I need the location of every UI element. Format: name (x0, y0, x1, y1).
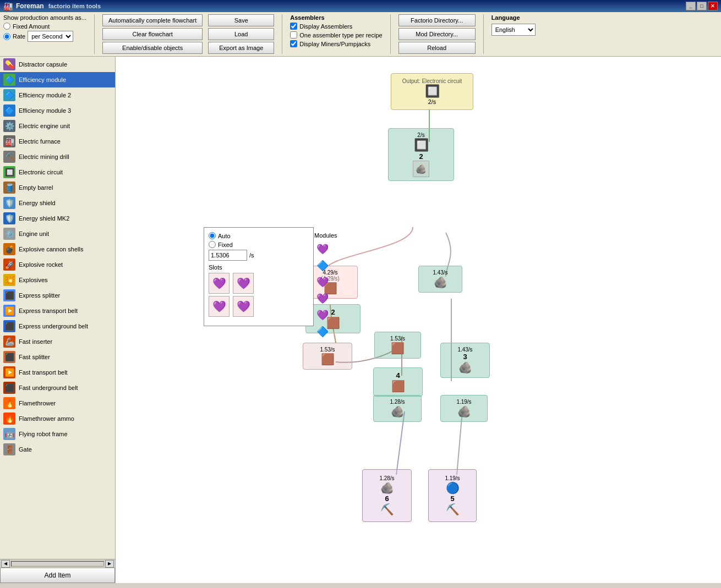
display-miners-text: Display Miners/Pumpjacks (299, 41, 370, 47)
sidebar-item-empty-barrel[interactable]: 🛢️ Empty barrel (0, 180, 115, 195)
clear-flowchart-button[interactable]: Clear flowchart (102, 28, 203, 40)
iron-assembler-node: 4 🟫 (373, 367, 423, 397)
sidebar-item-flamethrower[interactable]: 🔥 Flamethrower (0, 395, 115, 411)
add-item-button[interactable]: Add Item (0, 568, 115, 583)
sidebar-item-explosives[interactable]: 💥 Explosives (0, 272, 115, 288)
sidebar-item-explosive-cannon-shells[interactable]: 💣 Explosive cannon shells (0, 241, 115, 257)
sidebar-item-fast-splitter[interactable]: ⬛ Fast splitter (0, 349, 115, 365)
auto-radio-row[interactable]: Auto (209, 232, 280, 239)
language-select[interactable]: English Deutsch Français (491, 24, 536, 36)
iron-ore-rate: 1.28/s (377, 399, 418, 405)
fixed-amount-radio-label[interactable]: Fixed Amount (3, 23, 86, 30)
slot-4[interactable]: 💜 (233, 296, 254, 317)
auto-complete-button[interactable]: Automatically complete flowchart (102, 14, 203, 26)
sidebar-item-explosive-rocket[interactable]: 🚀 Explosive rocket (0, 257, 115, 272)
sidebar-item-label: Energy shield (19, 200, 56, 206)
sidebar-item-gate[interactable]: 🚪 Gate (0, 442, 115, 457)
fast-splitter-icon: ⬛ (3, 351, 15, 363)
express-transport-belt-icon: ▶️ (3, 305, 15, 317)
sidebar-item-express-splitter[interactable]: ⬛ Express splitter (0, 288, 115, 303)
sidebar-item-electric-mining-drill[interactable]: ⛏️ Electric mining drill (0, 149, 115, 164)
maximize-button[interactable]: □ (697, 2, 707, 10)
sidebar-item-flamethrower-ammo[interactable]: 🔥 Flamethrower ammo (0, 411, 115, 426)
output-rate: 2/s (396, 98, 468, 105)
assembler-checkboxes: Display Assemblers One assembler type pe… (290, 23, 382, 47)
load-button[interactable]: Load (208, 28, 274, 40)
slot-1[interactable]: 💜 (209, 273, 230, 294)
slot-2[interactable]: 💜 (233, 273, 254, 294)
output-label: Output: Electronic circuit (396, 78, 468, 84)
module-chip-6: 🔷 (314, 323, 331, 340)
canvas-area[interactable]: Output: Electronic circuit 🔲 2/s 2/s 🔲 2… (116, 57, 721, 583)
one-assembler-label[interactable]: One assembler type per recipe (290, 31, 382, 39)
sidebar-item-efficiency-module-2[interactable]: 🔷 Efficiency module 2 (0, 87, 115, 103)
flowchart-buttons-group: Automatically complete flowchart Clear f… (102, 14, 203, 54)
efficiency-module-icon: 🔷 (3, 74, 15, 86)
sidebar-item-distractor-capsule[interactable]: 💊 Distractor capsule (0, 57, 115, 72)
stone-miner-node: 1.19/s 🔵 5 ⛏️ (428, 469, 477, 522)
slot-3[interactable]: 💜 (209, 296, 230, 317)
close-button[interactable]: ✕ (708, 2, 718, 10)
sidebar-item-engine-unit[interactable]: ⚙️ Engine unit (0, 226, 115, 241)
sidebar-item-efficiency-module[interactable]: 🔷 Efficiency module (0, 72, 115, 87)
sidebar-item-label: Fast splitter (19, 354, 50, 360)
rate-select[interactable]: per Second per Minute (28, 31, 73, 42)
energy-shield-mk2-icon: 🛡️ (3, 212, 15, 224)
one-assembler-checkbox[interactable] (290, 31, 297, 39)
sidebar-item-fast-underground-belt[interactable]: ⬛ Fast underground belt (0, 380, 115, 395)
export-image-button[interactable]: Export as Image (208, 42, 274, 54)
sidebar-item-electric-engine-unit[interactable]: ⚙️ Electric engine unit (0, 118, 115, 134)
sidebar-item-flying-robot-frame[interactable]: 🤖 Flying robot frame (0, 426, 115, 442)
factorio-dir-button[interactable]: Factorio Directory... (398, 14, 476, 26)
sidebar-item-label: Efficiency module (19, 76, 66, 83)
sidebar-item-express-underground-belt[interactable]: ⬛ Express underground belt (0, 318, 115, 334)
sidebar-item-label: Express underground belt (19, 323, 88, 329)
copper-plate-rate: 1.53/s (307, 347, 348, 353)
sidebar-item-label: Express transport belt (19, 307, 78, 314)
sidebar-scrollbar[interactable]: ◀ ▶ (0, 559, 115, 568)
titlebar: 🏭 Foreman factorio item tools _ □ ✕ (0, 0, 721, 12)
electric-mining-drill-icon: ⛏️ (3, 151, 15, 163)
module-chip-3: 💜 (314, 274, 331, 290)
sidebar-item-label: Explosive rocket (19, 261, 63, 268)
stone-miner-icon: ⛏️ (432, 503, 473, 516)
flying-robot-frame-icon: 🤖 (3, 428, 15, 440)
rate-radio-label[interactable]: Rate per Second per Minute (3, 31, 86, 42)
explosives-icon: 💥 (3, 274, 15, 286)
display-miners-label[interactable]: Display Miners/Pumpjacks (290, 40, 382, 47)
sidebar-item-express-transport-belt[interactable]: ▶️ Express transport belt (0, 303, 115, 318)
sidebar-item-energy-shield-mk2[interactable]: 🛡️ Energy shield MK2 (0, 211, 115, 226)
fixed-amount-radio[interactable] (3, 23, 10, 30)
display-assemblers-checkbox[interactable] (290, 23, 297, 30)
display-miners-checkbox[interactable] (290, 40, 297, 47)
iron-assembler-count: 4 (377, 371, 419, 380)
module-chip-4: 💜 (314, 290, 331, 307)
minimize-button[interactable]: _ (686, 2, 696, 10)
rate-radio[interactable] (3, 33, 10, 40)
fixed-label: Fixed (218, 241, 233, 248)
sidebar-item-label: Explosives (19, 277, 48, 283)
enable-disable-button[interactable]: Enable/disable objects (102, 42, 203, 54)
display-assemblers-label[interactable]: Display Assemblers (290, 23, 382, 30)
sidebar-item-efficiency-module-3[interactable]: 🔷 Efficiency module 3 (0, 103, 115, 118)
sidebar-item-energy-shield[interactable]: 🛡️ Energy shield (0, 195, 115, 211)
module-value-input[interactable] (209, 250, 247, 261)
scroll-right-button[interactable]: ▶ (105, 560, 114, 568)
iron-assembler-icon: 🟫 (377, 380, 419, 393)
sidebar-item-electric-furnace[interactable]: 🏭 Electric furnace (0, 134, 115, 149)
scroll-left-button[interactable]: ◀ (1, 560, 10, 568)
sidebar-item-label: Fast inserter (19, 338, 52, 345)
save-button[interactable]: Save (208, 14, 274, 26)
fixed-radio-row[interactable]: Fixed (209, 241, 280, 248)
auto-radio[interactable] (209, 232, 216, 239)
iron-miner-rate-top: 1.28/s (366, 475, 408, 481)
mod-dir-button[interactable]: Mod Directory... (398, 28, 476, 40)
sidebar-item-fast-transport-belt[interactable]: ▶️ Fast transport belt (0, 365, 115, 380)
reload-button[interactable]: Reload (398, 42, 476, 54)
ec-assembler-node: 2/s 🔲 2 🪨 (388, 128, 454, 181)
express-splitter-icon: ⬛ (3, 289, 15, 301)
sidebar-item-electronic-circuit[interactable]: 🔲 Electronic circuit (0, 164, 115, 180)
fixed-radio[interactable] (209, 241, 216, 248)
flamethrower-icon: 🔥 (3, 397, 15, 409)
sidebar-item-fast-inserter[interactable]: 🦾 Fast inserter (0, 334, 115, 349)
